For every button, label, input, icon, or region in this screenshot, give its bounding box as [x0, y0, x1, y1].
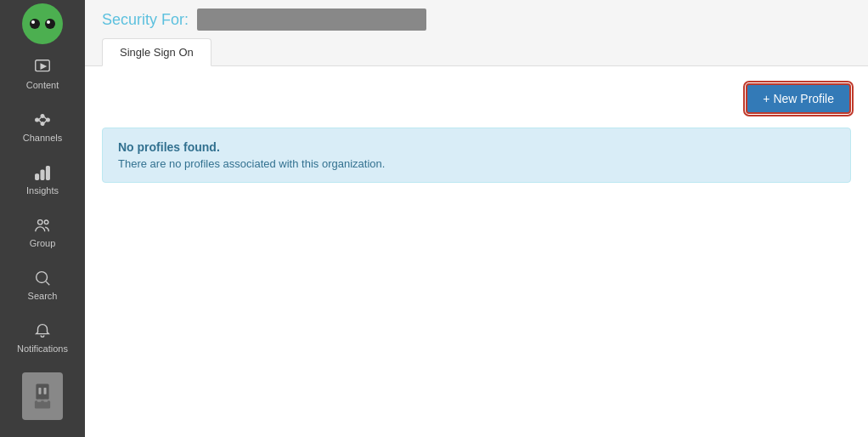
content-label: Content	[26, 80, 59, 90]
sidebar-item-channels[interactable]: Channels	[0, 100, 85, 153]
svg-rect-17	[36, 384, 48, 400]
sidebar-item-search[interactable]: Search	[0, 258, 85, 311]
sidebar-item-group[interactable]: Group	[0, 206, 85, 258]
svg-line-7	[38, 120, 41, 122]
avatar-icon	[31, 383, 54, 410]
svg-marker-1	[41, 64, 46, 69]
logo[interactable]	[0, 0, 85, 48]
svg-line-8	[44, 116, 47, 119]
logo-circle	[22, 3, 63, 44]
svg-point-5	[47, 118, 50, 122]
insights-label: Insights	[26, 185, 59, 196]
search-label: Search	[28, 291, 58, 301]
play-icon	[33, 58, 52, 77]
sidebar-item-content[interactable]: Content	[0, 48, 85, 100]
channels-label: Channels	[23, 133, 62, 143]
svg-rect-19	[44, 388, 47, 394]
svg-rect-12	[47, 167, 50, 180]
sidebar: Content Channels Insights Group	[0, 0, 85, 437]
svg-point-2	[36, 118, 39, 122]
svg-rect-22	[44, 400, 48, 402]
logo-eye-right	[45, 19, 55, 29]
alert-body: There are no profiles associated with th…	[118, 157, 835, 170]
bell-icon	[33, 321, 52, 340]
search-icon	[33, 269, 52, 287]
svg-line-9	[44, 121, 47, 123]
logo-eye-left	[30, 19, 40, 29]
security-for-value	[197, 9, 426, 31]
main-content: Security For: Single Sign On + New Profi…	[85, 0, 868, 437]
svg-line-6	[38, 117, 41, 120]
svg-rect-21	[37, 400, 42, 402]
svg-line-16	[46, 281, 49, 285]
tab-sso[interactable]: Single Sign On	[102, 38, 211, 66]
sidebar-bottom	[0, 364, 85, 437]
content-inner: + New Profile No profiles found. There a…	[85, 66, 868, 200]
new-profile-button[interactable]: + New Profile	[746, 83, 851, 114]
insights-icon	[33, 163, 52, 182]
page-header: Security For: Single Sign On	[85, 0, 868, 66]
logo-eyes	[30, 19, 55, 29]
svg-rect-10	[36, 174, 39, 179]
svg-point-15	[37, 272, 48, 283]
channels-icon	[33, 111, 52, 129]
group-label: Group	[30, 238, 56, 248]
svg-point-4	[41, 122, 44, 126]
alert-title: No profiles found.	[118, 140, 835, 154]
tabs-bar: Single Sign On	[102, 37, 851, 65]
svg-rect-11	[41, 170, 44, 179]
sidebar-item-insights[interactable]: Insights	[0, 153, 85, 206]
svg-point-13	[38, 220, 43, 225]
content-area: + New Profile No profiles found. There a…	[85, 66, 868, 437]
svg-rect-20	[35, 400, 50, 408]
group-icon	[33, 216, 52, 235]
svg-point-3	[41, 115, 44, 118]
security-for-label: Security For:	[102, 11, 189, 29]
avatar[interactable]	[22, 372, 63, 420]
sidebar-item-notifications[interactable]: Notifications	[0, 311, 85, 364]
svg-point-14	[44, 220, 48, 224]
security-for-row: Security For:	[102, 9, 851, 37]
svg-rect-18	[38, 388, 41, 394]
notifications-label: Notifications	[17, 343, 68, 354]
no-profiles-alert: No profiles found. There are no profiles…	[102, 128, 851, 183]
toolbar-row: + New Profile	[102, 83, 851, 114]
